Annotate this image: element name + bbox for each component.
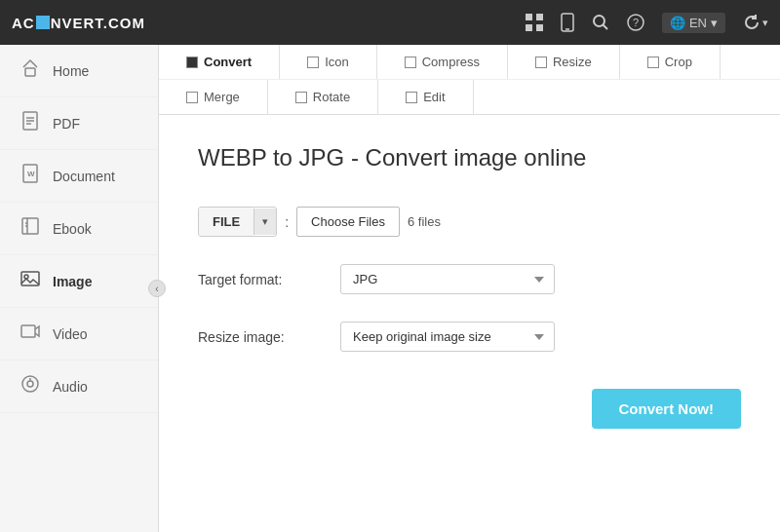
tab-compress[interactable]: Compress <box>377 45 508 79</box>
sidebar-label-video: Video <box>53 326 88 342</box>
resize-select[interactable]: Keep original image size Custom size Sma… <box>340 322 555 352</box>
lang-flag: 🌐 <box>670 16 685 30</box>
page-content: WEBP to JPG - Convert image online FILE … <box>159 115 780 532</box>
ebook-icon <box>20 216 41 241</box>
target-format-row: Target format: JPG PNG WEBP GIF BMP TIFF <box>198 264 741 294</box>
tab-bar: Convert Icon Compress Resize Crop <box>159 45 780 115</box>
tab-icon[interactable]: Icon <box>280 45 377 79</box>
tab-row-1: Convert Icon Compress Resize Crop <box>159 45 780 79</box>
tab-convert[interactable]: Convert <box>159 45 280 79</box>
tab-crop[interactable]: Crop <box>620 45 721 79</box>
lang-label: EN <box>689 16 707 30</box>
sidebar-item-home[interactable]: Home <box>0 45 158 97</box>
target-format-label: Target format: <box>198 272 325 287</box>
tab-resize-label: Resize <box>553 55 592 69</box>
sidebar-item-audio[interactable]: Audio <box>0 361 158 413</box>
brand-ac: AC <box>12 15 35 31</box>
svg-rect-3 <box>536 24 543 31</box>
tab-resize[interactable]: Resize <box>508 45 620 79</box>
file-input-group: FILE ▾ : Choose Files 6 files <box>198 207 441 237</box>
refresh-arrow: ▾ <box>762 17 768 29</box>
language-button[interactable]: 🌐 EN ▾ <box>662 13 725 33</box>
sidebar-item-pdf[interactable]: PDF <box>0 97 158 150</box>
files-count: 6 files <box>408 214 441 229</box>
merge-checkbox <box>186 92 198 103</box>
tab-rotate[interactable]: Rotate <box>268 80 378 114</box>
audio-icon <box>20 374 41 399</box>
svg-rect-17 <box>22 218 38 234</box>
lang-arrow: ▾ <box>711 16 718 30</box>
brand-nvert: NVERT.COM <box>51 15 145 31</box>
rotate-checkbox <box>295 92 307 103</box>
file-btn-group: FILE ▾ <box>198 207 277 237</box>
mobile-icon[interactable] <box>561 13 574 32</box>
image-icon <box>20 269 41 293</box>
svg-line-7 <box>603 25 607 30</box>
sidebar-item-ebook[interactable]: Ebook <box>0 203 158 255</box>
tab-crop-label: Crop <box>665 55 692 69</box>
convert-checkbox <box>186 57 198 68</box>
content-area: Convert Icon Compress Resize Crop <box>159 45 780 532</box>
resize-form-row: Resize image: Keep original image size C… <box>198 322 741 352</box>
video-icon <box>20 322 41 346</box>
svg-rect-2 <box>526 24 532 31</box>
tab-convert-label: Convert <box>204 55 252 69</box>
sidebar-item-image[interactable]: Image <box>0 255 158 308</box>
edit-checkbox <box>406 92 417 103</box>
choose-files-button[interactable]: Choose Files <box>296 207 400 237</box>
brand-square <box>36 16 50 29</box>
file-type-button[interactable]: FILE <box>199 208 254 236</box>
convert-btn-row: Convert Now! <box>198 379 741 429</box>
file-form-row: FILE ▾ : Choose Files 6 files <box>198 207 741 237</box>
sidebar-item-video[interactable]: Video <box>0 308 158 361</box>
tab-edit-label: Edit <box>423 90 445 104</box>
resize-checkbox <box>535 57 547 68</box>
sidebar: Home PDF W Document Ebook Image <box>0 45 159 532</box>
sidebar-label-document: Document <box>53 169 115 184</box>
document-icon: W <box>20 164 41 188</box>
file-colon: : <box>285 214 289 230</box>
sidebar-label-audio: Audio <box>53 379 88 395</box>
help-icon[interactable]: ? <box>627 14 644 31</box>
sidebar-label-image: Image <box>53 274 92 289</box>
sidebar-label-home: Home <box>53 63 89 79</box>
navbar: AC NVERT.COM ? 🌐 EN ▾ ▾ <box>0 0 780 45</box>
tab-compress-label: Compress <box>422 55 480 69</box>
target-format-select[interactable]: JPG PNG WEBP GIF BMP TIFF <box>340 264 555 294</box>
sidebar-label-ebook: Ebook <box>53 221 92 237</box>
file-type-dropdown-button[interactable]: ▾ <box>254 209 276 235</box>
pdf-icon <box>20 111 41 135</box>
tab-rotate-label: Rotate <box>313 90 350 104</box>
main-layout: Home PDF W Document Ebook Image <box>0 45 780 532</box>
grid-icon[interactable] <box>526 14 543 31</box>
sidebar-collapse-button[interactable]: ‹ <box>148 280 166 297</box>
compress-checkbox <box>405 57 416 68</box>
tab-row-2: Merge Rotate Edit <box>159 79 780 114</box>
resize-label: Resize image: <box>198 329 325 345</box>
svg-rect-23 <box>21 325 35 337</box>
svg-text:W: W <box>27 170 35 178</box>
sidebar-item-document[interactable]: W Document <box>0 150 158 203</box>
tab-icon-label: Icon <box>325 55 349 69</box>
search-icon[interactable] <box>592 14 609 31</box>
convert-now-button[interactable]: Convert Now! <box>592 389 742 429</box>
svg-rect-10 <box>25 68 35 76</box>
navbar-icons: ? 🌐 EN ▾ ▾ <box>526 13 768 33</box>
brand-logo: AC NVERT.COM <box>12 15 145 31</box>
sidebar-label-pdf: PDF <box>53 116 80 132</box>
home-icon <box>20 58 41 83</box>
page-title: WEBP to JPG - Convert image online <box>198 144 741 171</box>
tab-merge-label: Merge <box>204 90 240 104</box>
tab-edit[interactable]: Edit <box>378 80 473 114</box>
svg-point-25 <box>27 381 33 387</box>
svg-rect-1 <box>536 14 543 20</box>
icon-checkbox <box>307 57 319 68</box>
svg-text:?: ? <box>633 17 639 28</box>
tab-merge[interactable]: Merge <box>159 80 268 114</box>
svg-rect-0 <box>526 14 532 20</box>
refresh-button[interactable]: ▾ <box>743 14 768 31</box>
svg-point-6 <box>594 16 604 26</box>
crop-checkbox <box>647 57 659 68</box>
